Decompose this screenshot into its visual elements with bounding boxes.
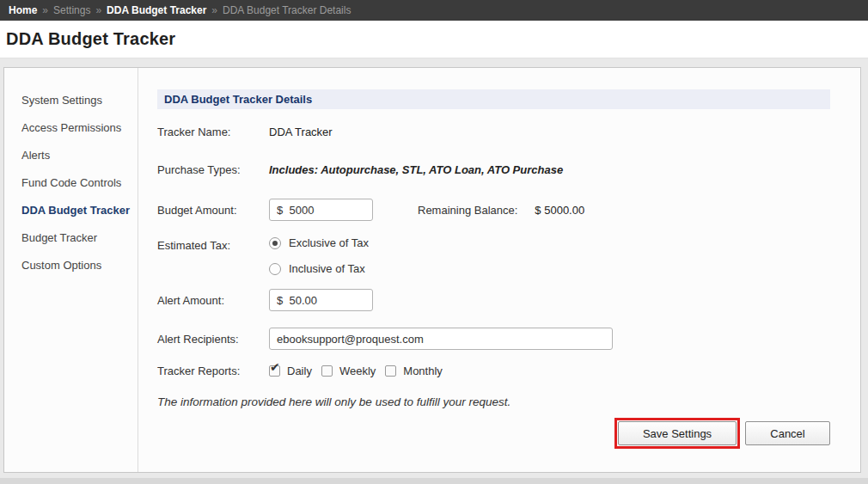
cancel-button[interactable]: Cancel (745, 421, 830, 445)
tracker-reports-daily: ✔ Daily (269, 365, 312, 377)
sidebar-item-budget-tracker[interactable]: Budget Tracker (4, 224, 138, 252)
page-title-bar: DDA Budget Tracker (0, 21, 868, 58)
alert-recipients-input[interactable] (269, 328, 613, 350)
save-settings-button[interactable]: Save Settings (618, 421, 737, 445)
sidebar-item-alerts[interactable]: Alerts (4, 142, 138, 169)
inclusive-of-tax-radio[interactable] (269, 263, 281, 275)
estimated-tax-option-inclusive: Inclusive of Tax (269, 262, 369, 275)
page-title: DDA Budget Tracker (6, 29, 175, 49)
estimated-tax-option-exclusive: Exclusive of Tax (269, 236, 369, 249)
breadcrumb-separator: » (95, 4, 101, 16)
monthly-label: Monthly (403, 365, 443, 377)
tracker-name-row: Tracker Name: DDA Tracker (157, 126, 830, 138)
sidebar-item-custom-options[interactable]: Custom Options (4, 252, 138, 279)
purchase-types-row: Purchase Types: Includes: Autopurchase, … (157, 163, 830, 176)
panel-header: DDA Budget Tracker Details (157, 89, 830, 109)
content-panel: System Settings Access Permissions Alert… (3, 67, 861, 473)
monthly-checkbox[interactable]: ✔ (385, 365, 396, 377)
tracker-name-label: Tracker Name: (157, 126, 269, 138)
tracker-reports-row: Tracker Reports: ✔ Daily ✔ Weekly ✔ Mont… (157, 365, 830, 377)
annotation-highlight: Save Settings (614, 418, 740, 449)
sidebar-item-fund-code-controls[interactable]: Fund Code Controls (4, 169, 138, 197)
budget-amount-row: Budget Amount: Remaining Balance: $ 5000… (157, 199, 830, 221)
remaining-balance-label: Remaining Balance: (418, 204, 517, 217)
settings-sidebar: System Settings Access Permissions Alert… (4, 68, 138, 472)
weekly-label: Weekly (339, 365, 376, 377)
tracker-reports-monthly: ✔ Monthly (385, 365, 443, 377)
tracker-name-value: DDA Tracker (269, 126, 333, 138)
button-row: Save Settings Cancel (157, 418, 830, 449)
budget-amount-input[interactable] (269, 199, 373, 221)
alert-amount-row: Alert Amount: (157, 289, 830, 311)
daily-label: Daily (287, 365, 312, 377)
sidebar-item-system-settings[interactable]: System Settings (4, 87, 138, 114)
checkmark-icon: ✔ (270, 361, 280, 373)
sidebar-item-access-permissions[interactable]: Access Permissions (4, 114, 138, 142)
breadcrumb-separator: » (211, 4, 217, 16)
breadcrumb-settings[interactable]: Settings (53, 4, 90, 16)
inclusive-of-tax-label: Inclusive of Tax (289, 262, 365, 275)
breadcrumb-separator: » (42, 4, 48, 16)
footer-strip (0, 478, 868, 484)
sidebar-item-dda-budget-tracker[interactable]: DDA Budget Tracker (4, 197, 138, 224)
breadcrumb: Home » Settings » DDA Budget Tracker » D… (0, 0, 868, 21)
main-content: DDA Budget Tracker Details Tracker Name:… (138, 68, 860, 472)
breadcrumb-dda-budget-tracker[interactable]: DDA Budget Tracker (107, 4, 206, 16)
exclusive-of-tax-label: Exclusive of Tax (289, 236, 369, 249)
weekly-checkbox[interactable]: ✔ (321, 365, 333, 377)
purchase-types-label: Purchase Types: (157, 163, 269, 176)
alert-recipients-row: Alert Recipients: (157, 328, 830, 350)
breadcrumb-home[interactable]: Home (9, 4, 37, 16)
estimated-tax-row: Estimated Tax: Exclusive of Tax Inclusiv… (157, 236, 830, 275)
tracker-reports-label: Tracker Reports: (157, 365, 269, 377)
purchase-types-value: Includes: Autopurchase, STL, ATO Loan, A… (269, 163, 563, 176)
exclusive-of-tax-radio[interactable] (269, 237, 281, 249)
estimated-tax-label: Estimated Tax: (157, 239, 269, 252)
breadcrumb-current-page: DDA Budget Tracker Details (223, 4, 351, 16)
remaining-balance-value: $ 5000.00 (535, 204, 584, 217)
alert-amount-input[interactable] (269, 289, 373, 311)
budget-amount-label: Budget Amount: (157, 204, 269, 217)
alert-recipients-label: Alert Recipients: (157, 333, 269, 346)
alert-amount-label: Alert Amount: (157, 294, 269, 307)
tracker-reports-weekly: ✔ Weekly (321, 365, 376, 377)
privacy-note: The information provided here will only … (157, 395, 830, 408)
daily-checkbox[interactable]: ✔ (269, 365, 280, 377)
